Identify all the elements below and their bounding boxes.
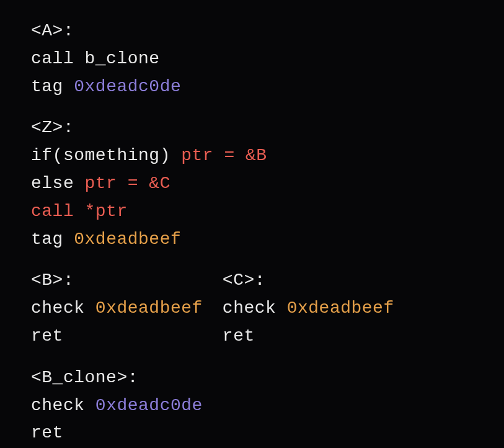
check-keyword: check (223, 298, 287, 318)
else-keyword: else (31, 174, 85, 193)
else-body: ptr = &C (85, 174, 170, 193)
check-value: 0xdeadc0de (95, 396, 203, 415)
label-b: <B>: (31, 271, 74, 290)
ret-keyword: ret (31, 423, 63, 442)
check-value: 0xdeadbeef (287, 298, 394, 318)
ret-keyword: ret (223, 326, 255, 346)
block-a: <A>: call b_clone tag 0xdeadc0de (31, 17, 504, 101)
check-keyword: check (31, 396, 95, 415)
label-c: <C>: (223, 271, 265, 290)
tag-value: 0xdeadbeef (74, 230, 181, 249)
check-value: 0xdeadbeef (95, 298, 203, 318)
check-keyword: check (31, 298, 95, 318)
if-body: ptr = &B (181, 146, 267, 165)
block-b: <B>: check 0xdeadbeef ret (31, 267, 203, 350)
tag-value: 0xdeadc0de (74, 77, 181, 96)
block-bclone: <B_clone>: check 0xdeadc0de ret (31, 364, 504, 447)
call-ptr: call *ptr (31, 202, 128, 221)
call-keyword: call (31, 49, 85, 68)
if-head: if(something) (31, 146, 181, 165)
ret-keyword: ret (31, 326, 63, 346)
tag-keyword: tag (31, 77, 74, 96)
label-a: <A>: (31, 21, 74, 40)
block-z: <Z>: if(something) ptr = &B else ptr = &… (31, 114, 504, 253)
label-bclone: <B_clone>: (31, 368, 138, 387)
block-c: <C>: check 0xdeadbeef ret (223, 267, 394, 350)
tag-keyword: tag (31, 230, 74, 249)
call-target: b_clone (85, 49, 160, 68)
label-z: <Z>: (31, 118, 74, 137)
row-b-c: <B>: check 0xdeadbeef ret <C>: check 0xd… (31, 267, 504, 350)
